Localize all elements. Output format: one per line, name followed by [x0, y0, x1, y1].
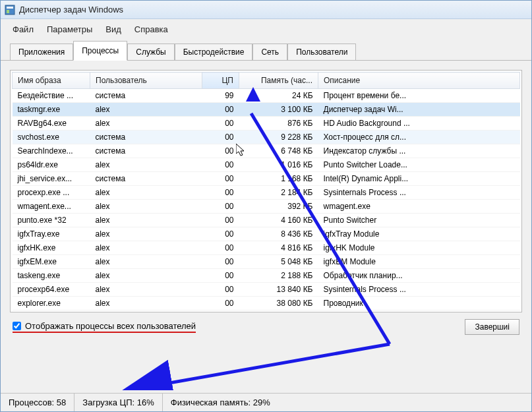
- status-memory: Физическая память: 29%: [163, 394, 531, 411]
- cell-name: procexp64.exe: [13, 283, 90, 297]
- tab-applications[interactable]: Приложения: [10, 44, 73, 61]
- table-row[interactable]: punto.exe *32alex004 160 КБPunto Switche…: [13, 214, 520, 227]
- cell-name: svchost.exe: [13, 131, 90, 144]
- col-header-description[interactable]: Описание: [318, 73, 520, 89]
- cell-memory: 9 228 КБ: [239, 131, 318, 144]
- table-row[interactable]: igfxHK.exealex004 816 КБigfxHK Module: [13, 241, 520, 255]
- svg-rect-1: [7, 7, 13, 9]
- app-icon: [5, 5, 15, 15]
- table-row[interactable]: RAVBg64.exealex00876 КБHD Audio Backgrou…: [13, 117, 520, 131]
- table-row[interactable]: wmagent.exe...alex00392 КБwmagent.exe: [13, 200, 520, 214]
- bottom-controls: Отображать процессы всех пользователей З…: [10, 319, 522, 335]
- titlebar[interactable]: Диспетчер задач Windows: [1, 1, 531, 19]
- cell-memory: 8 436 КБ: [239, 227, 318, 241]
- cell-user: система: [90, 131, 202, 144]
- tab-processes[interactable]: Процессы: [73, 41, 127, 61]
- cell-description: Обработчик планир...: [318, 269, 520, 283]
- menu-file[interactable]: Файл: [6, 22, 40, 37]
- cell-memory: 4 160 КБ: [239, 214, 318, 227]
- table-row[interactable]: ps64ldr.exealex001 016 КБPunto Switcher …: [13, 158, 520, 172]
- col-header-name[interactable]: Имя образа: [13, 73, 90, 89]
- cell-name: igfxHK.exe: [13, 241, 90, 255]
- col-header-cpu[interactable]: ЦП: [202, 73, 239, 89]
- cell-description: igfxHK Module: [318, 241, 520, 255]
- col-header-memory[interactable]: Память (час...: [239, 73, 318, 89]
- cell-cpu: 00: [202, 117, 239, 131]
- cell-user: alex: [90, 103, 202, 117]
- process-table-panel: Имя образа Пользователь ЦП Память (час..…: [10, 70, 522, 312]
- table-row[interactable]: procexp64.exealex0013 840 КБSysinternals…: [13, 283, 520, 297]
- cell-cpu: 00: [202, 186, 239, 200]
- col-header-user[interactable]: Пользователь: [90, 73, 202, 89]
- cell-cpu: 00: [202, 269, 239, 283]
- cell-description: Процент времени бе...: [318, 89, 520, 103]
- cell-user: alex: [90, 158, 202, 172]
- cell-user: alex: [90, 241, 202, 255]
- cell-cpu: 00: [202, 283, 239, 297]
- cell-user: alex: [90, 200, 202, 214]
- window-title: Диспетчер задач Windows: [19, 5, 123, 15]
- status-cpu: Загрузка ЦП: 16%: [74, 394, 162, 411]
- table-row[interactable]: taskeng.exealex002 188 КБОбработчик план…: [13, 269, 520, 283]
- cell-user: alex: [90, 269, 202, 283]
- table-row[interactable]: procexp.exe ...alex002 184 КБSysinternal…: [13, 186, 520, 200]
- table-row[interactable]: Бездействие ...система9924 КБПроцент вре…: [13, 89, 520, 103]
- show-all-users-input[interactable]: [13, 322, 21, 330]
- tab-services[interactable]: Службы: [127, 44, 174, 61]
- cell-memory: 13 840 КБ: [239, 283, 318, 297]
- tab-network[interactable]: Сеть: [252, 44, 287, 61]
- cell-name: punto.exe *32: [13, 214, 90, 227]
- menu-help[interactable]: Справка: [128, 22, 175, 37]
- svg-line-5: [165, 344, 390, 384]
- cell-memory: 6 748 КБ: [239, 144, 318, 158]
- tab-content: Имя образа Пользователь ЦП Память (час..…: [1, 61, 531, 393]
- cell-memory: 876 КБ: [239, 117, 318, 131]
- cell-description: Индексатор службы ...: [318, 144, 520, 158]
- end-process-button[interactable]: Завершиі: [465, 319, 519, 335]
- cell-memory: 1 016 КБ: [239, 158, 318, 172]
- cell-name: wmagent.exe...: [13, 200, 90, 214]
- show-all-users-checkbox[interactable]: Отображать процессы всех пользователей: [13, 321, 196, 333]
- cell-description: Punto Switcher Loade...: [318, 158, 520, 172]
- cell-name: taskeng.exe: [13, 269, 90, 283]
- cell-user: система: [90, 172, 202, 186]
- cell-name: explorer.exe: [13, 297, 90, 310]
- table-row[interactable]: jhi_service.ex...система001 168 КБIntel(…: [13, 172, 520, 186]
- table-row[interactable]: taskmgr.exealex003 100 КБДиспетчер задач…: [13, 103, 520, 117]
- menu-params[interactable]: Параметры: [40, 22, 99, 37]
- cell-description: Диспетчер задач Wi...: [318, 103, 520, 117]
- table-row[interactable]: explorer.exealex0038 080 КБПроводник: [13, 297, 520, 310]
- table-row[interactable]: igfxTray.exealex008 436 КБigfxTray Modul…: [13, 227, 520, 241]
- cell-user: система: [90, 89, 202, 103]
- show-all-users-label: Отображать процессы всех пользователей: [25, 321, 196, 331]
- table-row[interactable]: SearchIndexe...система006 748 КБИндексат…: [13, 144, 520, 158]
- cell-user: alex: [90, 255, 202, 269]
- table-row[interactable]: svchost.exeсистема009 228 КБХост-процесс…: [13, 131, 520, 144]
- cell-cpu: 99: [202, 89, 239, 103]
- cell-memory: 3 100 КБ: [239, 103, 318, 117]
- cell-memory: 4 816 КБ: [239, 241, 318, 255]
- tab-users[interactable]: Пользователи: [287, 44, 356, 61]
- tab-performance[interactable]: Быстродействие: [175, 44, 253, 61]
- cell-name: jhi_service.ex...: [13, 172, 90, 186]
- cell-name: SearchIndexe...: [13, 144, 90, 158]
- cell-name: procexp.exe ...: [13, 186, 90, 200]
- menu-view[interactable]: Вид: [99, 22, 128, 37]
- cell-description: Punto Switcher: [318, 214, 520, 227]
- mouse-cursor-icon: [236, 144, 247, 157]
- svg-rect-2: [7, 10, 9, 13]
- cell-name: igfxEM.exe: [13, 255, 90, 269]
- cell-cpu: 00: [202, 214, 239, 227]
- process-table: Имя образа Пользователь ЦП Память (час..…: [12, 72, 520, 310]
- cell-user: alex: [90, 283, 202, 297]
- cell-description: Intel(R) Dynamic Appli...: [318, 172, 520, 186]
- cell-description: Sysinternals Process ...: [318, 186, 520, 200]
- cell-description: igfxEM Module: [318, 255, 520, 269]
- statusbar: Процессов: 58 Загрузка ЦП: 16% Физическа…: [1, 393, 531, 411]
- table-row[interactable]: igfxEM.exealex005 048 КБigfxEM Module: [13, 255, 520, 269]
- table-body: Бездействие ...система9924 КБПроцент вре…: [13, 89, 520, 310]
- cell-user: alex: [90, 227, 202, 241]
- cell-cpu: 00: [202, 144, 239, 158]
- cell-cpu: 00: [202, 103, 239, 117]
- cell-cpu: 00: [202, 172, 239, 186]
